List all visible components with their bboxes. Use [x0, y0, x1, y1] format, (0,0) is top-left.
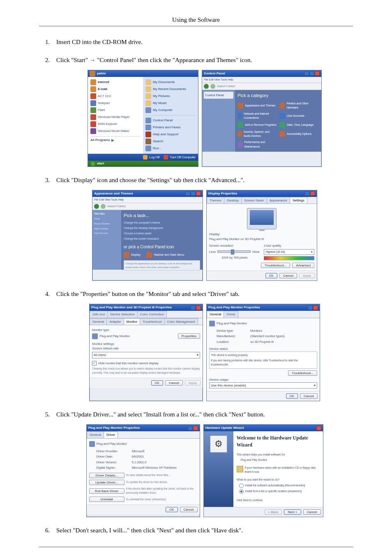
- tab-3dfx[interactable]: 3dfx tool: [90, 311, 108, 318]
- start-item[interactable]: MSN Explorer: [90, 121, 141, 127]
- cancel-button[interactable]: Cancel: [279, 273, 297, 278]
- max-icon[interactable]: [309, 71, 314, 76]
- side-link[interactable]: Mouse Pointers: [94, 222, 120, 226]
- cat-link[interactable]: Performance and Maintenance: [238, 140, 277, 148]
- cat-appearance[interactable]: Appearance and Themes: [238, 102, 277, 110]
- tab-monitor[interactable]: Monitor: [124, 318, 141, 325]
- controlpanel-link[interactable]: Control Panel: [145, 118, 196, 123]
- tab-adapter[interactable]: Adapter: [106, 318, 124, 325]
- recent-link[interactable]: My Recent Documents: [145, 86, 196, 92]
- start-button[interactable]: start: [88, 161, 198, 166]
- tab-colormgmt[interactable]: Color Management: [164, 318, 198, 325]
- hide-modes-check[interactable]: ✓Hide modes that this monitor cannot dis…: [92, 361, 200, 366]
- help-icon[interactable]: [305, 191, 310, 196]
- forward-icon[interactable]: [101, 204, 106, 209]
- tab-driver[interactable]: Driver: [224, 311, 238, 318]
- min-icon[interactable]: [304, 71, 309, 76]
- rollback-button[interactable]: Roll Back Driver: [89, 488, 125, 494]
- start-item[interactable]: Windows Media Player: [90, 114, 141, 120]
- task-link[interactable]: Change the desktop background: [124, 226, 200, 230]
- close-icon[interactable]: [316, 426, 321, 430]
- max-icon[interactable]: [191, 191, 196, 196]
- tab-desktop[interactable]: Desktop: [224, 197, 242, 204]
- apply-button[interactable]: Apply: [299, 273, 315, 278]
- cancel-button[interactable]: Cancel: [165, 380, 183, 386]
- cancel-button[interactable]: Cancel: [303, 509, 321, 515]
- help-icon[interactable]: [191, 305, 196, 310]
- slider-thumb[interactable]: [231, 250, 234, 254]
- res-slider[interactable]: [217, 250, 251, 253]
- tab-screensaver[interactable]: Screen Saver: [241, 197, 267, 204]
- cancel-button[interactable]: Cancel: [180, 507, 198, 512]
- apply-button[interactable]: Apply: [185, 380, 201, 386]
- cancel-button[interactable]: Cancel: [300, 393, 318, 399]
- driver-details-button[interactable]: Driver Details...: [89, 473, 125, 478]
- troubleshoot-button[interactable]: Troubleshoot...: [261, 263, 290, 268]
- search-link[interactable]: Search: [145, 139, 196, 144]
- side-link[interactable]: Fonts: [94, 217, 120, 221]
- help-link[interactable]: Help and Support: [145, 132, 196, 137]
- close-icon[interactable]: [313, 305, 318, 310]
- properties-button[interactable]: Properties: [178, 333, 200, 339]
- start-item[interactable]: Windows Movie Maker: [90, 128, 141, 134]
- tab-devsel[interactable]: Device Selection: [107, 311, 138, 318]
- close-icon[interactable]: [310, 191, 315, 196]
- close-icon[interactable]: [196, 191, 201, 196]
- tab-general[interactable]: General: [87, 431, 104, 438]
- cat-link[interactable]: Sounds, Speech, and Audio Devices: [238, 130, 277, 138]
- task-link[interactable]: Change the screen resolution: [124, 237, 200, 241]
- ok-button[interactable]: OK: [151, 380, 164, 386]
- close-icon[interactable]: [193, 426, 198, 430]
- side-link[interactable]: High Contrast: [94, 227, 120, 231]
- taskbar-icon-link[interactable]: Taskbar and Start Menu: [146, 252, 184, 258]
- cat-link[interactable]: Printers and Other Hardware: [279, 102, 319, 110]
- start-item[interactable]: Paint: [90, 107, 141, 113]
- start-item[interactable]: ACT 10.0: [90, 93, 141, 99]
- tab-themes[interactable]: Themes: [207, 197, 224, 204]
- start-item[interactable]: E-mail: [90, 86, 141, 92]
- ok-button[interactable]: OK: [286, 393, 298, 399]
- tab-appearance[interactable]: Appearance: [267, 197, 290, 204]
- usage-select[interactable]: Use this device (enable)▾: [209, 382, 317, 389]
- run-link[interactable]: Run...: [145, 146, 196, 151]
- mycomputer-link[interactable]: My Computer: [145, 107, 196, 113]
- back-button[interactable]: < Back: [265, 509, 282, 515]
- start-item[interactable]: Internet: [90, 79, 141, 85]
- opt-list[interactable]: Install from a list or specific location…: [239, 489, 320, 494]
- help-icon[interactable]: [308, 305, 313, 310]
- quality-select[interactable]: Highest (32 bit)▾: [264, 249, 314, 255]
- tab-general[interactable]: General: [90, 318, 107, 325]
- cat-link[interactable]: Date, Time, Language: [279, 122, 319, 128]
- update-driver-button[interactable]: Update Driver...: [89, 480, 125, 485]
- tab-colcorr[interactable]: Color Correction: [137, 311, 167, 318]
- pictures-link[interactable]: My Pictures: [145, 93, 196, 99]
- mydocs-link[interactable]: My Documents: [145, 79, 196, 85]
- forward-icon[interactable]: [210, 84, 215, 89]
- cat-link[interactable]: Add or Remove Programs: [238, 122, 277, 128]
- cat-link[interactable]: Network and Internet Connections: [238, 112, 277, 120]
- back-icon[interactable]: [204, 84, 209, 89]
- back-icon[interactable]: [94, 204, 99, 209]
- tab-settings[interactable]: Settings: [290, 197, 307, 204]
- uninstall-button[interactable]: Uninstall: [89, 497, 125, 502]
- start-item[interactable]: Notepad: [90, 100, 141, 106]
- tab-general[interactable]: General: [207, 311, 224, 318]
- task-link[interactable]: Choose a screen saver: [124, 231, 200, 236]
- ok-button[interactable]: OK: [265, 273, 278, 278]
- close-icon[interactable]: [315, 71, 320, 76]
- cat-link[interactable]: Accessibility Options: [279, 130, 319, 138]
- help-icon[interactable]: [188, 426, 193, 430]
- logoff-button[interactable]: Log Off: [143, 155, 159, 160]
- close-icon[interactable]: [196, 305, 201, 310]
- printers-link[interactable]: Printers and Faxes: [145, 125, 196, 130]
- ok-button[interactable]: OK: [166, 507, 178, 512]
- tab-driver[interactable]: Driver: [104, 431, 118, 438]
- next-button[interactable]: Next >: [284, 509, 301, 515]
- all-programs[interactable]: All Programs: [90, 138, 110, 143]
- refresh-select[interactable]: 60 Hertz▾: [92, 352, 200, 358]
- shutdown-button[interactable]: Turn Off Computer: [164, 155, 196, 160]
- min-icon[interactable]: [185, 191, 190, 196]
- display-icon-link[interactable]: Display: [124, 252, 141, 258]
- task-link[interactable]: Change the computer's theme: [124, 221, 200, 225]
- cat-link[interactable]: User Accounts: [279, 112, 319, 120]
